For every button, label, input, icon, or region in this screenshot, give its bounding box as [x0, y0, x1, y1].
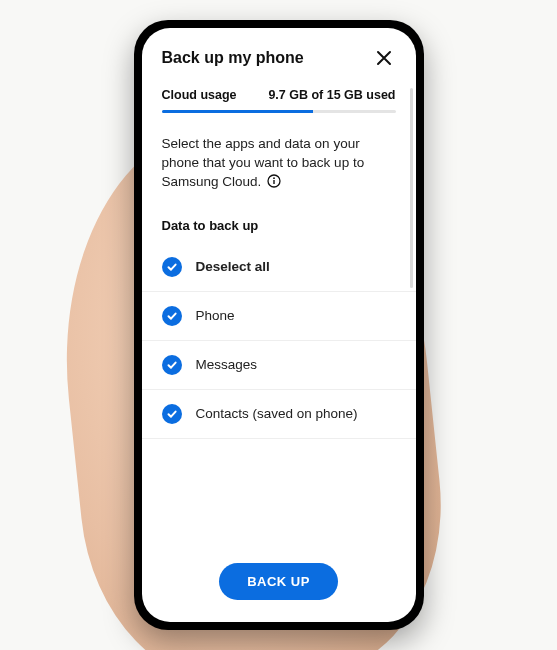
- checkbox-checked-icon[interactable]: [162, 257, 182, 277]
- checkbox-checked-icon[interactable]: [162, 306, 182, 326]
- close-icon: [376, 50, 392, 66]
- info-icon[interactable]: [267, 174, 281, 188]
- checkbox-checked-icon[interactable]: [162, 404, 182, 424]
- header: Back up my phone: [142, 28, 416, 82]
- backup-button[interactable]: BACK UP: [219, 563, 338, 600]
- screen: Back up my phone Cloud usage 9.7 GB of 1…: [142, 28, 416, 622]
- item-label: Messages: [196, 357, 258, 372]
- cloud-usage-value: 9.7 GB of 15 GB used: [268, 88, 395, 102]
- cloud-usage-label: Cloud usage: [162, 88, 237, 102]
- intro-text-content: Select the apps and data on your phone t…: [162, 136, 365, 189]
- section-label: Data to back up: [142, 200, 416, 243]
- item-label: Contacts (saved on phone): [196, 406, 358, 421]
- backup-item-phone[interactable]: Phone: [142, 292, 416, 341]
- svg-rect-2: [273, 180, 274, 184]
- backup-item-contacts[interactable]: Contacts (saved on phone): [142, 390, 416, 439]
- item-label: Phone: [196, 308, 235, 323]
- svg-point-1: [273, 177, 275, 179]
- phone-frame: Back up my phone Cloud usage 9.7 GB of 1…: [134, 20, 424, 630]
- deselect-all-row[interactable]: Deselect all: [142, 243, 416, 292]
- scrollbar[interactable]: [410, 88, 413, 288]
- cloud-usage-row: Cloud usage 9.7 GB of 15 GB used: [142, 82, 416, 108]
- backup-items-list: Deselect all Phone Messages Contacts (sa…: [142, 243, 416, 549]
- footer: BACK UP: [142, 549, 416, 622]
- close-button[interactable]: [372, 46, 396, 70]
- intro-text: Select the apps and data on your phone t…: [142, 113, 416, 200]
- page-title: Back up my phone: [162, 49, 304, 67]
- backup-item-messages[interactable]: Messages: [142, 341, 416, 390]
- item-label: Deselect all: [196, 259, 270, 274]
- checkbox-checked-icon[interactable]: [162, 355, 182, 375]
